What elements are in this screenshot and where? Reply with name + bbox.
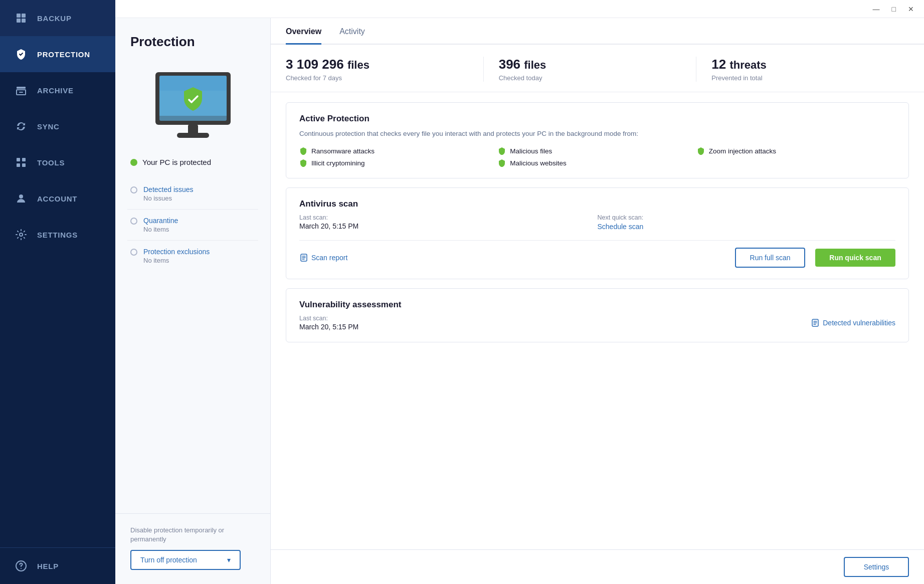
tools-icon: [14, 155, 28, 169]
sidebar-item-label-account: Account: [37, 194, 77, 203]
schedule-scan-link[interactable]: Schedule scan: [598, 223, 644, 231]
sidebar-item-tools[interactable]: Tools: [0, 144, 115, 180]
stat-threats: 12 threats Prevented in total: [696, 57, 909, 82]
feature-zoom-injection: Zoom injection attacks: [697, 147, 895, 155]
scan-actions: Scan report Run full scan Run quick scan: [299, 240, 895, 268]
protection-exclusions-group: Protection exclusions No items: [127, 241, 258, 271]
shield-websites-icon: [498, 159, 506, 167]
svg-rect-2: [17, 19, 21, 23]
tab-overview[interactable]: Overview: [286, 18, 321, 45]
sidebar-item-sync[interactable]: Sync: [0, 108, 115, 144]
status-dot: [130, 159, 137, 166]
close-button[interactable]: ✕: [905, 4, 917, 14]
monitor-image-container: [115, 60, 270, 154]
stat-files-today: 396 files Checked today: [483, 57, 696, 82]
run-quick-scan-button[interactable]: Run quick scan: [815, 249, 895, 267]
sidebar-item-archive[interactable]: Archive: [0, 72, 115, 108]
archive-icon: [14, 83, 28, 97]
active-protection-desc: Continuous protection that checks every …: [299, 129, 895, 139]
settings-icon: [14, 228, 28, 242]
sidebar-item-account[interactable]: Account: [0, 180, 115, 217]
tabs-bar: Overview Activity: [271, 18, 924, 45]
svg-rect-4: [17, 87, 26, 89]
shield-crypto-icon: [299, 159, 307, 167]
shield-ransomware-icon: [299, 147, 307, 155]
sidebar-item-label-sync: Sync: [37, 122, 60, 131]
svg-rect-18: [177, 133, 209, 138]
sidebar-item-settings[interactable]: Settings: [0, 217, 115, 253]
vuln-last-scan-label: Last scan:: [299, 315, 811, 322]
sidebar-item-label-tools: Tools: [37, 158, 65, 167]
stat-value-threats: 12: [711, 57, 726, 72]
protection-exclusions-sub: No items: [143, 257, 210, 264]
detected-issues-content: Detected issues No issues: [143, 185, 194, 202]
left-panel-header: Protection: [115, 18, 270, 60]
feature-websites-label: Malicious websites: [510, 159, 567, 167]
tab-overview-label: Overview: [286, 27, 321, 36]
sidebar-bottom: Help: [0, 547, 115, 584]
quarantine-group: Quarantine No items: [127, 210, 258, 241]
protection-exclusions-link[interactable]: Protection exclusions: [143, 248, 210, 256]
vuln-last-scan-value: March 20, 5:15 PM: [299, 323, 811, 331]
turn-off-protection-button[interactable]: Turn off protection ▾: [130, 550, 241, 570]
minimize-button[interactable]: —: [870, 4, 883, 14]
sidebar: Backup Protection Archive Sync: [0, 0, 115, 584]
sidebar-item-help[interactable]: Help: [0, 548, 115, 584]
antivirus-scan-card: Antivirus scan Last scan: March 20, 5:15…: [286, 187, 909, 279]
stat-unit-label-7days: files: [347, 59, 369, 71]
stat-label-threats: Prevented in total: [711, 74, 894, 82]
turn-off-label: Turn off protection: [140, 556, 197, 564]
scan-info-row: Last scan: March 20, 5:15 PM Next quick …: [299, 214, 895, 231]
sidebar-item-label-backup: Backup: [37, 14, 72, 23]
svg-rect-0: [17, 14, 21, 18]
svg-rect-9: [22, 163, 26, 167]
help-icon: [14, 559, 28, 573]
svg-point-10: [19, 194, 23, 199]
sidebar-item-backup[interactable]: Backup: [0, 0, 115, 36]
last-scan-label: Last scan:: [299, 214, 598, 221]
stat-number-today: 396 files: [499, 57, 681, 72]
feature-malicious-websites: Malicious websites: [498, 159, 696, 167]
last-scan-col: Last scan: March 20, 5:15 PM: [299, 214, 598, 231]
antivirus-scan-title: Antivirus scan: [299, 199, 895, 209]
svg-rect-17: [188, 125, 198, 134]
svg-rect-19: [159, 116, 227, 121]
feature-ransomware: Ransomware attacks: [299, 147, 498, 155]
shield-malfiles-icon: [498, 147, 506, 155]
detected-vulnerabilities-link[interactable]: Detected vulnerabilities: [811, 318, 895, 327]
cards-area: Active Protection Continuous protection …: [271, 92, 924, 549]
detected-vulnerabilities-label: Detected vulnerabilities: [823, 319, 895, 327]
last-scan-value: March 20, 5:15 PM: [299, 222, 598, 230]
svg-rect-3: [22, 19, 26, 23]
scan-report-link[interactable]: Scan report: [299, 253, 725, 262]
status-text: Your PC is protected: [142, 158, 211, 166]
stat-value-today: 396: [499, 57, 520, 72]
quarantine-link[interactable]: Quarantine: [143, 217, 178, 225]
run-full-scan-button[interactable]: Run full scan: [735, 248, 805, 268]
protection-exclusions-content: Protection exclusions No items: [143, 248, 210, 264]
sidebar-item-protection[interactable]: Protection: [0, 36, 115, 72]
protection-exclusions-circle: [130, 249, 137, 256]
feature-zoom-label: Zoom injection attacks: [709, 147, 776, 155]
detected-issues-sub: No issues: [143, 194, 194, 202]
detected-issues-circle: [130, 186, 137, 193]
feature-ransomware-label: Ransomware attacks: [311, 147, 375, 155]
settings-button[interactable]: Settings: [844, 557, 909, 577]
tab-activity[interactable]: Activity: [339, 18, 365, 45]
detected-issues-group: Detected issues No issues: [127, 178, 258, 210]
sidebar-item-label-settings: Settings: [37, 231, 78, 239]
protection-icon: [14, 47, 28, 61]
vulnerability-title: Vulnerability assessment: [299, 300, 895, 310]
svg-rect-8: [17, 163, 20, 167]
svg-rect-6: [17, 158, 20, 161]
quarantine-content: Quarantine No items: [143, 217, 178, 233]
feature-cryptomining: Illicit cryptomining: [299, 159, 498, 167]
bottom-bar: Settings: [271, 549, 924, 584]
active-protection-title: Active Protection: [299, 114, 895, 124]
next-scan-col: Next quick scan: Schedule scan: [598, 214, 896, 231]
tab-activity-label: Activity: [339, 27, 365, 36]
maximize-button[interactable]: □: [889, 4, 899, 14]
detected-issues-link[interactable]: Detected issues: [143, 185, 194, 193]
stats-row: 3 109 296 files Checked for 7 days 396 f…: [271, 45, 924, 92]
vulnerability-card: Vulnerability assessment Last scan: Marc…: [286, 288, 909, 342]
